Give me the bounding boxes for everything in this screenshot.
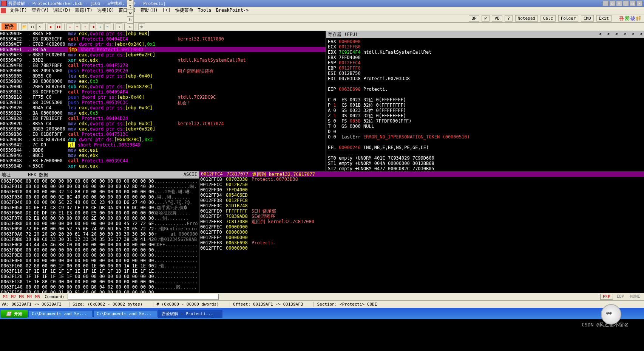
step-into-icon[interactable]: ↓ [66, 23, 73, 30]
view-button-h[interactable]: h [127, 17, 134, 23]
disasm-row[interactable]: 00539B46.8BC3mov eax,ebx [0, 153, 326, 158]
trace-into-icon[interactable]: ↓ [97, 23, 103, 30]
menu-item[interactable]: BreakPoint-> [214, 7, 251, 14]
view-button-w[interactable]: w [127, 10, 134, 17]
step-over-icon[interactable]: ↷ [74, 23, 81, 30]
disasm-row[interactable]: 00539B00.68 209C5300push Protecti.00539C… [0, 68, 326, 73]
open-icon[interactable]: 📂 [21, 23, 28, 30]
pause-button[interactable]: 暂停 [2, 23, 17, 30]
dump-row[interactable]: 0063F1301E 1F 8B C0 00 00 00 00 00 00 00… [1, 279, 198, 284]
disasm-row[interactable]: 00539ADF.8B45 F8mov eax,dword ptr ss:[eb… [0, 31, 326, 36]
menu-item[interactable]: 选项(O) [95, 7, 117, 14]
dump-row[interactable]: 0063F03000 00 00 00 0E 8C 40 00 00 00 00… [1, 194, 198, 200]
stack-row[interactable]: 0012FFCC0012B750 [200, 182, 643, 187]
dump-row[interactable]: 0063F09072 0E 00 00 00 52 75 6E 74 69 6D… [1, 226, 198, 231]
disasm-row[interactable]: 00539B28.E8 F7B1ECFFcall Protecti.00404D… [0, 116, 326, 121]
menu-item[interactable]: [+] [160, 7, 173, 14]
view-button-t[interactable]: t [127, 3, 134, 10]
minimize-button[interactable]: _ [602, 1, 608, 6]
disasm-row[interactable]: 00539AF1..EB 5Ajmp short Protecti.00539B… [0, 47, 326, 52]
command-input[interactable] [68, 294, 219, 300]
disasm-row[interactable]: 00539B2D.8B55 C4mov edx,dword ptr ss:[eb… [0, 121, 326, 126]
disasm-row[interactable]: 00539B23.BA 03000000mov edx,0x3 [0, 110, 326, 116]
stack-row[interactable]: 0012FFEC00000000 [200, 224, 643, 230]
stack-row[interactable]: 0012FFDC81D1B748 [200, 203, 643, 208]
stack-row[interactable]: 0012FFE0FFFFFFFFSEH 链尾部 [200, 208, 643, 214]
disasm-row[interactable]: 00539AFB.E8 78B7FBFFcall Protecti.004F52… [0, 63, 326, 68]
restore-button[interactable]: ▢ [609, 1, 615, 6]
menu-item[interactable]: 调试(D) [51, 7, 73, 14]
dump-row[interactable]: 0063F0500C 0E CC C8 C9 D7 CF C8 CE DB DA… [1, 205, 198, 210]
menu-item[interactable]: 帮助(H) [138, 7, 160, 14]
stack-row[interactable]: 0012FFD80012FFC8 [200, 198, 643, 203]
dump-row[interactable]: 0063F0E000 00 00 00 00 00 00 00 00 00 00… [1, 253, 198, 258]
disasm-row[interactable]: 00539B20.8D45 C4lea eax,dword ptr ss:[eb… [0, 105, 326, 110]
bookmark-M2[interactable]: M2 [9, 294, 17, 299]
dump-row[interactable]: 0063F0D000 00 00 00 00 00 00 00 00 00 00… [1, 247, 198, 253]
toolbar-button[interactable]: CMD [581, 15, 594, 22]
disassembly-pane[interactable]: 00539ADF.8B45 F8mov eax,dword ptr ss:[eb… [0, 31, 326, 171]
play-icon[interactable]: ▶ [48, 23, 54, 30]
bookmark-M5[interactable]: M5 [34, 294, 42, 299]
dump-row[interactable]: 0063F0A072 20 20 20 20 20 61 74 20 30 30… [1, 231, 198, 237]
stack-pane[interactable]: 0012FFC4 7C817077 返回到 kernel32.7C817077 … [199, 171, 644, 293]
hex-dump-pane[interactable]: 地址 HEX 数据 ASCII 0063F00000 00 00 00 00 0… [0, 171, 199, 293]
start-button[interactable]: 🪟 开始 [1, 310, 28, 318]
disasm-row[interactable]: 00539B13.E8 DCFFECFFcall Protecti.00409A… [0, 89, 326, 95]
dump-row[interactable]: 0063F01000 00 00 00 00 00 00 00 00 00 00… [1, 184, 198, 189]
close-outer-button[interactable]: × [636, 1, 642, 6]
step-out-icon[interactable]: ↑ [82, 23, 88, 30]
disasm-row[interactable]: 00539B1B.68 3C9C5300push Protecti.00539C… [0, 100, 326, 105]
dump-row[interactable]: 0063F04000 00 00 00 5C 22 40 00 EC 23 40… [1, 200, 198, 205]
dump-row[interactable]: 0063F08000 00 00 00 00 00 00 00 00 00 00… [1, 221, 198, 226]
dump-row[interactable]: 0063F1201F 1F 1E 1F 1E 1F 00 00 00 00 00… [1, 274, 198, 279]
dump-row[interactable]: 0063F0F000 00 00 00 00 00 00 00 00 00 00… [1, 258, 198, 263]
stack-row[interactable]: 0012FFE87C817080返回到 kernel32.7C817080 [200, 219, 643, 224]
disasm-row[interactable]: 00539B30.8B83 2003000mov eax,dword ptr d… [0, 126, 326, 132]
ebp-tag[interactable]: EBP [615, 294, 627, 300]
taskbar-item-2[interactable]: C:\Documents and Se... [93, 310, 158, 317]
registers-pane[interactable]: 寄存器 (FPU) < < < < < < EAX 00000000 ECX 0… [326, 31, 644, 171]
stack-row[interactable]: 0012FFFC00000000 [200, 245, 643, 251]
toolbar-button[interactable]: Notepad [515, 15, 538, 22]
bookmark-M1[interactable]: M1 [2, 294, 9, 299]
disasm-row[interactable]: 00539B36.E8 01B6F3FFcall Protecti.004751… [0, 132, 326, 137]
esp-tag[interactable]: ESP [600, 294, 613, 300]
minimize-outer-button[interactable]: _ [623, 1, 629, 6]
registers-nav[interactable]: < < < < < < [599, 31, 642, 38]
dump-row[interactable]: 0063F15000 00 00 00 01 8B 91 40 00 00 00… [1, 290, 198, 293]
disasm-row[interactable]: 00539B4D>33C0xor eax,eax [0, 163, 326, 169]
toolbar-button[interactable]: BP [469, 15, 479, 22]
none-tag[interactable]: NONE [628, 294, 643, 300]
run-to-icon[interactable]: →▮ [89, 23, 96, 30]
disasm-row[interactable]: 00539B18.FF75 C0push dword ptr ss:[ebp-0… [0, 95, 326, 100]
pause-icon[interactable]: ▮▮ [55, 23, 62, 30]
disasm-row[interactable]: 00539B3B.833D BC87640cmp dword ptr ds:[0… [0, 137, 326, 142]
close-button-inner[interactable]: × [616, 1, 622, 6]
menu-item[interactable]: 查看(V) [29, 7, 51, 14]
disasm-row[interactable]: 00539B42.7C 09jl short Protecti.00539B4D [0, 142, 326, 148]
toolbar-button[interactable]: Calc [541, 15, 556, 22]
stack-row[interactable]: 0012FFD07FFD4000 [200, 187, 643, 193]
toolbar-button[interactable]: Exit [596, 15, 612, 22]
view-button-m[interactable]: m [127, 0, 134, 3]
bookmark-M4[interactable]: M4 [26, 294, 34, 299]
goto-icon[interactable]: → [116, 23, 122, 30]
disasm-row[interactable]: 00539AE2.E8 DDB3ECFFcall Protecti.00404E… [0, 36, 326, 42]
dump-row[interactable]: 0063F060DE DE DF E0 E1 E3 00 00 E5 00 00… [1, 210, 198, 216]
bookmark-M3[interactable]: M3 [18, 294, 26, 299]
disasm-row[interactable]: 00539AF9.33D2xor edx,edxntdll.KiFastSyst… [0, 57, 326, 63]
disasm-row[interactable]: 00539B48.E8 F7000000call Protecti.00539C… [0, 158, 326, 163]
dump-row[interactable]: 0063F0B030 8B C0 33 30 31 32 33 34 35 36… [1, 237, 198, 242]
stack-row[interactable]: 0012FFF000000000 [200, 230, 643, 235]
rewind-icon[interactable]: ◂◂ [29, 23, 36, 30]
stack-row[interactable]: 0012FFF80063E698Protecti. [200, 240, 643, 245]
dump-row[interactable]: 0063F0C043 44 45 46 8B C0 00 00 00 00 00… [1, 242, 198, 247]
disasm-row[interactable]: 00539AF3>8B83 FC02000mov eax,dword ptr d… [0, 52, 326, 57]
dump-row[interactable]: 0063F14000 00 00 00 00 00 00 00 B0 04 02… [1, 284, 198, 290]
toolbar-button[interactable]: P [482, 15, 490, 22]
settings-icon[interactable]: ⚙ [138, 23, 145, 30]
view-button-c[interactable]: c [127, 23, 134, 30]
stack-row[interactable]: 0012FFF400000000 [200, 235, 643, 240]
disasm-row[interactable]: 00539B08.B8 03000000mov eax,0x3 [0, 79, 326, 84]
